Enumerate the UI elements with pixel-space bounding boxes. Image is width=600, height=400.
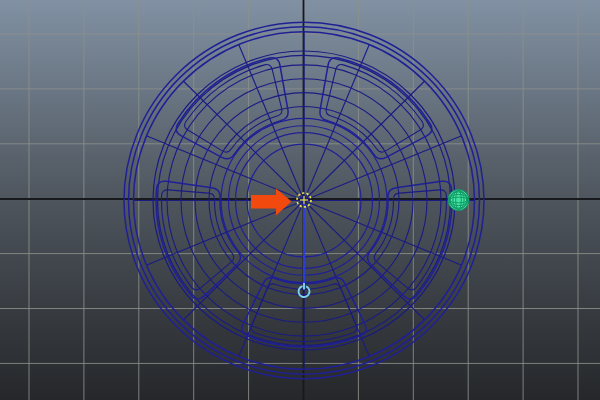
- sphere-handle-icon[interactable]: [448, 190, 469, 211]
- 3d-viewport[interactable]: [0, 0, 600, 400]
- viewport-canvas[interactable]: [0, 0, 600, 400]
